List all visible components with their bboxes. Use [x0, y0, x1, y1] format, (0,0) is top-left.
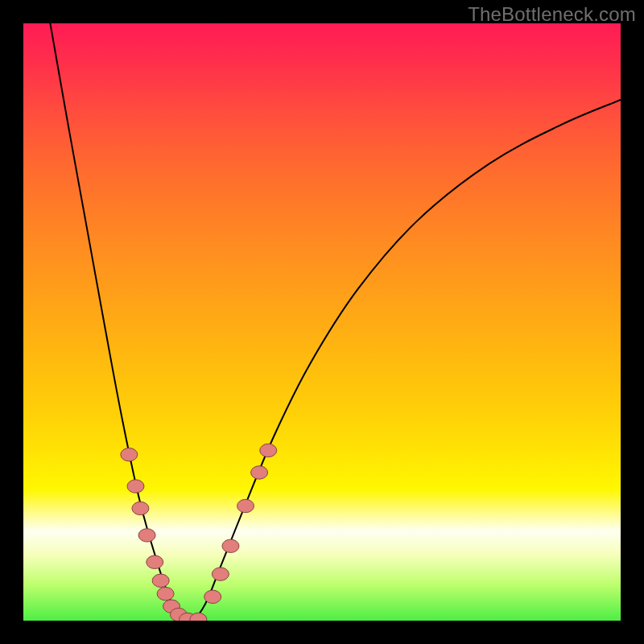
attribution-label: TheBottleneck.com	[468, 3, 636, 26]
chart-root: TheBottleneck.com	[0, 0, 644, 644]
data-marker	[127, 480, 144, 493]
data-marker	[204, 590, 221, 603]
data-marker	[121, 448, 138, 461]
data-marker	[260, 444, 277, 456]
data-marker	[157, 587, 174, 600]
data-marker	[138, 529, 155, 542]
data-marker	[152, 574, 169, 587]
data-marker	[251, 466, 268, 479]
marker-layer	[121, 444, 277, 621]
plot-area	[23, 23, 621, 621]
data-marker	[212, 568, 229, 580]
series-right-curve	[189, 100, 621, 621]
data-marker	[222, 539, 239, 552]
series-left-curve	[50, 23, 189, 621]
chart-svg	[23, 23, 621, 621]
curve-layer	[50, 23, 621, 621]
data-marker	[132, 502, 149, 514]
data-marker	[237, 499, 254, 512]
data-marker	[147, 555, 163, 568]
